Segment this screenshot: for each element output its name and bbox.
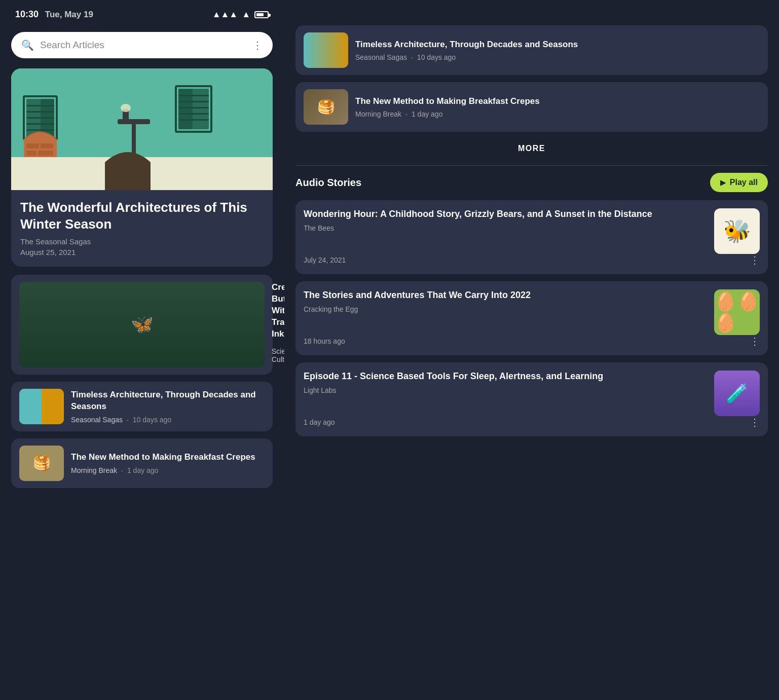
battery-icon [254,11,269,18]
audio-card-wondering-hour[interactable]: Wondering Hour: A Childhood Story, Grizz… [295,200,768,274]
svg-point-30 [121,104,131,112]
svg-rect-24 [178,113,209,115]
status-bar: 10:30 Tue, May 19 ▲▲▲ ▲ [11,0,273,25]
audio-footer-3: 1 day ago ⋮ [304,416,760,428]
play-all-label: Play all [730,178,758,187]
article-card-crepes[interactable]: 🥞 The New Method to Making Breakfast Cre… [11,438,273,488]
article-card-arch[interactable]: Timeless Architecture, Through Decades a… [11,382,273,431]
right-time-crepes: 1 day ago [412,110,443,118]
svg-rect-25 [178,119,209,121]
right-panel: Timeless Architecture, Through Decades a… [284,0,779,700]
svg-rect-21 [178,95,209,96]
right-continuation-arch[interactable]: Timeless Architecture, Through Decades a… [295,25,768,75]
article-info-arch: Timeless Architecture, Through Decades a… [71,389,265,424]
play-all-button[interactable]: ▶ Play all [710,173,768,192]
audio-more-2[interactable]: ⋮ [750,335,760,347]
left-panel: 10:30 Tue, May 19 ▲▲▲ ▲ 🔍 Search Article… [0,0,284,700]
more-button[interactable]: MORE [518,144,545,153]
article-meta-crepes: Morning Break · 1 day ago [71,466,265,474]
audio-card-content-1: Wondering Hour: A Childhood Story, Grizz… [304,208,707,239]
svg-rect-15 [38,151,53,156]
audio-footer-2: 18 hours ago ⋮ [304,335,760,347]
svg-rect-8 [26,123,54,125]
right-continuation-crepes[interactable]: 🥞 The New Method to Making Breakfast Cre… [295,82,768,132]
play-icon: ▶ [720,178,726,187]
right-thumb-arch [304,32,348,68]
article-source-arch: Seasonal Sagas [71,416,123,424]
right-meta-crepes: Morning Break · 1 day ago [355,110,760,118]
right-info-arch: Timeless Architecture, Through Decades a… [355,39,760,62]
time: 10:30 [15,9,39,19]
audio-source-3: Light Labs [304,386,707,394]
wifi-icon: ▲ [242,10,250,20]
dot-sep3: · [121,466,123,474]
audio-stories-header: Audio Stories ▶ Play all [295,171,768,192]
top-section: Timeless Architecture, Through Decades a… [295,0,768,163]
audio-card-episode-11[interactable]: Episode 11 - Science Based Tools For Sle… [295,362,768,436]
audio-source-2: Cracking the Egg [304,305,707,313]
audio-card-content-2: The Stories and Adventures That We Carry… [304,289,707,320]
status-icons: ▲▲▲ ▲ [212,10,269,20]
date: Tue, May 19 [45,10,93,19]
audio-stories-title: Audio Stories [295,177,361,189]
search-bar[interactable]: 🔍 Search Articles ⋮ [11,32,273,58]
signal-icon: ▲▲▲ [212,10,238,20]
audio-thumb-bee: 🐝 [714,208,760,254]
featured-source: The Seasonal Sagas [20,237,264,246]
article-source-crepes: Morning Break [71,466,117,474]
audio-card-stories-adventures[interactable]: The Stories and Adventures That We Carry… [295,281,768,355]
article-time-crepes: 1 day ago [127,466,159,474]
audio-footer-1: July 24, 2021 ⋮ [304,254,760,266]
search-placeholder[interactable]: Search Articles [40,40,246,51]
audio-date-1: July 24, 2021 [304,256,346,264]
article-thumb-arch [19,389,64,424]
audio-thumb-egg: 🥚🥚🥚 [714,289,760,335]
right-time-arch: 10 days ago [417,53,456,61]
audio-date-3: 1 day ago [304,418,335,426]
svg-rect-28 [118,119,150,124]
audio-source-1: The Bees [304,224,707,232]
search-more-button[interactable]: ⋮ [252,39,263,51]
svg-rect-14 [26,151,36,156]
audio-date-2: 18 hours ago [304,337,345,345]
dot-sep2: · [127,416,129,424]
status-bar-left: 10:30 Tue, May 19 [15,9,93,20]
featured-title: The Wonderful Architectures of This Wint… [20,199,264,232]
search-icon: 🔍 [21,39,34,51]
audio-card-inner-1: Wondering Hour: A Childhood Story, Grizz… [304,208,760,254]
right-title-arch: Timeless Architecture, Through Decades a… [355,39,760,51]
right-source-arch: Seasonal Sagas [355,53,407,61]
svg-rect-22 [178,101,209,102]
audio-card-inner-2: The Stories and Adventures That We Carry… [304,289,760,335]
section-divider [295,165,768,166]
audio-title-2: The Stories and Adventures That We Carry… [304,289,707,301]
article-thumb-butterflies: 🦋 [19,282,265,367]
audio-title-1: Wondering Hour: A Childhood Story, Grizz… [304,208,707,220]
article-card-butterflies[interactable]: 🦋 Creating Butterflies With New Transpar… [11,275,273,375]
featured-card-body: The Wonderful Architectures of This Wint… [11,190,273,267]
featured-date: August 25, 2021 [20,248,264,256]
audio-card-content-3: Episode 11 - Science Based Tools For Sle… [304,371,707,401]
svg-rect-23 [178,107,209,108]
audio-card-inner-3: Episode 11 - Science Based Tools For Sle… [304,371,760,416]
right-title-crepes: The New Method to Making Breakfast Crepe… [355,96,760,107]
article-meta-arch: Seasonal Sagas · 10 days ago [71,416,265,424]
right-thumb-crepes: 🥞 [304,89,348,125]
right-meta-arch: Seasonal Sagas · 10 days ago [355,53,760,61]
right-source-crepes: Morning Break [355,110,401,118]
svg-rect-7 [26,117,54,119]
article-info-crepes: The New Method to Making Breakfast Crepe… [71,452,265,474]
audio-more-1[interactable]: ⋮ [750,254,760,266]
audio-more-3[interactable]: ⋮ [750,416,760,428]
featured-card[interactable]: The Wonderful Architectures of This Wint… [11,68,273,267]
more-button-wrap: MORE [295,139,768,163]
article-title-arch: Timeless Architecture, Through Decades a… [71,389,265,413]
article-title-crepes: The New Method to Making Breakfast Crepe… [71,452,265,463]
svg-rect-9 [26,129,54,131]
featured-card-image [11,68,273,190]
svg-rect-13 [41,143,53,149]
audio-thumb-lab: 🧪 [714,371,760,416]
svg-rect-12 [26,143,39,149]
right-info-crepes: The New Method to Making Breakfast Crepe… [355,96,760,119]
svg-rect-6 [26,111,54,113]
